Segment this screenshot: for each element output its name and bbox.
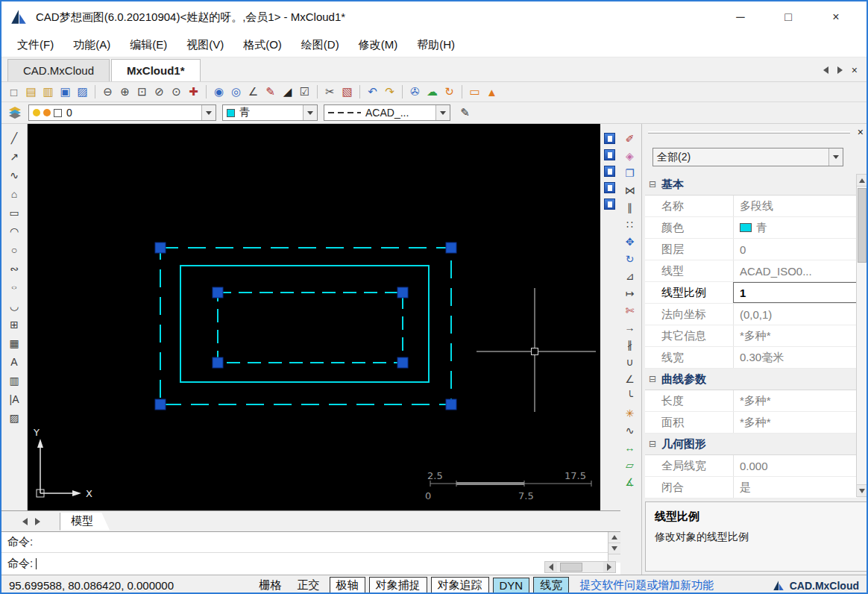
status-toggle-6[interactable]: 线宽: [533, 577, 569, 594]
section-header[interactable]: ⊟曲线参数: [645, 369, 857, 390]
color-combo[interactable]: 青: [222, 104, 318, 121]
linetype-edit-icon[interactable]: ✎: [456, 104, 474, 122]
menu-item-6[interactable]: 修改(M): [349, 35, 408, 55]
scroll-right-icon[interactable]: [603, 562, 615, 572]
property-value[interactable]: 青: [733, 217, 857, 238]
menu-item-4[interactable]: 格式(O): [233, 35, 292, 55]
layer-manager-icon[interactable]: [7, 106, 22, 119]
property-row[interactable]: 颜色青: [645, 217, 857, 239]
scroll-down-icon[interactable]: [857, 484, 867, 496]
image-icon[interactable]: ▦: [4, 337, 24, 350]
property-row[interactable]: 线宽0.30毫米: [645, 347, 857, 369]
extend-icon[interactable]: →: [623, 322, 638, 333]
property-value[interactable]: *多种*: [733, 390, 857, 411]
erase-icon[interactable]: ◈: [623, 150, 638, 161]
layout-next-icon[interactable]: [35, 518, 40, 525]
chamfer-icon[interactable]: ∠: [623, 373, 638, 384]
quick-select-icon[interactable]: ☑: [296, 84, 313, 101]
update-icon[interactable]: ↻: [441, 84, 458, 101]
layer-combo[interactable]: 0: [28, 104, 216, 121]
fillet-icon[interactable]: ╰: [623, 390, 638, 401]
cut-icon[interactable]: ✂: [321, 84, 339, 101]
section-header[interactable]: ⊟基本: [645, 174, 857, 196]
join-icon[interactable]: ∪: [623, 356, 638, 367]
property-row[interactable]: 长度*多种*: [645, 390, 857, 412]
status-toggle-0[interactable]: 栅格: [254, 578, 288, 593]
undo-icon[interactable]: ↶: [364, 84, 381, 101]
area-icon[interactable]: ▱: [623, 459, 638, 470]
property-value[interactable]: 多段线: [733, 196, 857, 216]
minimize-button[interactable]: ─: [728, 10, 753, 24]
measure-angle-icon[interactable]: ∠: [245, 84, 262, 101]
zoom-realtime-icon[interactable]: ◉: [210, 84, 227, 101]
menu-item-1[interactable]: 功能(A): [63, 35, 120, 55]
scroll-up-icon[interactable]: [857, 175, 867, 187]
vertical-text-icon[interactable]: |A: [4, 393, 24, 406]
menu-item-2[interactable]: 编辑(E): [120, 35, 177, 55]
ellipse-icon[interactable]: ○: [4, 284, 24, 292]
new-window-icon[interactable]: ▭: [466, 84, 483, 101]
polygon-icon[interactable]: ⌂: [4, 187, 24, 201]
property-row[interactable]: 闭合是: [645, 477, 857, 498]
clip-paste-origin-icon[interactable]: [604, 198, 615, 210]
chevron-down-icon[interactable]: [303, 105, 317, 120]
command-line-panel[interactable]: 命令: 命令:: [1, 531, 620, 575]
model-tab[interactable]: 模型: [60, 513, 110, 531]
feedback-icon[interactable]: ▲: [483, 84, 500, 101]
stretch-icon[interactable]: ↦: [623, 287, 638, 298]
property-value[interactable]: (0,0,1): [733, 304, 857, 325]
property-row[interactable]: 全局线宽0.000: [645, 455, 857, 477]
command-vscrollbar[interactable]: [608, 532, 620, 563]
clip-paste-block-icon[interactable]: [604, 182, 615, 193]
clip-paste-icon[interactable]: [604, 166, 615, 177]
open-icon[interactable]: ▤: [22, 84, 40, 101]
canvas-svg[interactable]: 2.517.507.5YX: [28, 124, 600, 510]
property-value[interactable]: 是: [733, 477, 857, 498]
scroll-up-icon[interactable]: [608, 532, 620, 543]
table-icon[interactable]: ▥: [4, 374, 24, 387]
document-tab[interactable]: MxCloud1*: [111, 59, 201, 81]
zoom-out-icon[interactable]: ⊖: [99, 84, 116, 101]
construction-line-icon[interactable]: ↗: [4, 150, 24, 163]
new-icon[interactable]: □: [5, 84, 22, 101]
menu-item-3[interactable]: 视图(V): [177, 35, 233, 55]
offset-icon[interactable]: ∥: [623, 201, 638, 213]
purge-icon[interactable]: ▧: [339, 84, 356, 101]
cloud-service-icon[interactable]: ☁: [424, 84, 441, 101]
property-value[interactable]: 0.000: [733, 455, 857, 476]
property-row[interactable]: 名称多段线: [645, 196, 857, 217]
cloud-open-icon[interactable]: ▥: [40, 84, 57, 101]
palette-grip[interactable]: [648, 131, 850, 134]
selection-filter-dropdown[interactable]: 全部(2): [652, 148, 843, 166]
scroll-left-icon[interactable]: [545, 562, 557, 572]
spline-icon[interactable]: ∾: [4, 262, 24, 275]
command-prompt[interactable]: 命令:: [7, 557, 37, 571]
pan-icon[interactable]: ✚: [185, 84, 202, 101]
trim-icon[interactable]: ✄: [623, 304, 638, 316]
collapse-icon[interactable]: ⊟: [647, 439, 658, 449]
property-value[interactable]: 0: [733, 239, 857, 260]
zoom-in-icon[interactable]: ⊕: [116, 84, 133, 101]
property-value[interactable]: *多种*: [733, 412, 857, 433]
scale-icon[interactable]: ⊿: [623, 270, 638, 281]
property-row[interactable]: 线型ACAD_ISO0...: [645, 260, 857, 282]
zoom-scale-icon[interactable]: ⊘: [151, 84, 168, 101]
layout-prev-icon[interactable]: [22, 518, 28, 525]
attach-icon[interactable]: ✇: [406, 84, 424, 101]
tab-close-icon[interactable]: ×: [852, 65, 858, 75]
angle-icon[interactable]: ∡: [623, 476, 638, 487]
command-hscrollbar[interactable]: [544, 561, 616, 573]
explode-icon[interactable]: ✳: [623, 407, 638, 419]
move-icon[interactable]: ✥: [623, 236, 638, 247]
line-icon[interactable]: ╱: [4, 131, 24, 145]
array-icon[interactable]: ∷: [623, 219, 638, 230]
property-row[interactable]: 图层0: [645, 239, 857, 260]
insert-block-icon[interactable]: ⊞: [4, 318, 24, 331]
circle-icon[interactable]: ○: [4, 243, 24, 257]
chevron-down-icon[interactable]: [828, 148, 843, 166]
property-value[interactable]: 1: [733, 282, 857, 303]
rotate-icon[interactable]: ↻: [623, 253, 638, 264]
drawing-canvas[interactable]: 2.517.507.5YX: [28, 124, 600, 510]
text-icon[interactable]: A: [4, 355, 24, 369]
fill-triangle-icon[interactable]: ◢: [279, 84, 296, 101]
